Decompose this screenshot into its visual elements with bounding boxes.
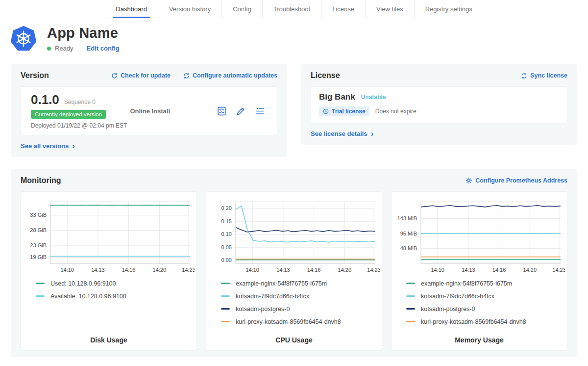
clock-icon — [323, 108, 329, 114]
license-card: License Sync license Big Bank Unstable T… — [301, 64, 577, 145]
deployed-timestamp: Deployed 01/19/22 @ 02:04 pm EST — [31, 122, 130, 129]
svg-text:14:10: 14:10 — [60, 267, 74, 273]
svg-text:0.05: 0.05 — [221, 244, 232, 250]
version-card: Version Check for update Configure autom… — [11, 64, 287, 157]
summary-cards-row: Version Check for update Configure autom… — [11, 64, 577, 157]
chart-title: CPU Usage — [208, 331, 380, 344]
svg-text:95 MiB: 95 MiB — [400, 231, 417, 236]
cpu-usage-legend: example-nginx-54f8f76755-l675mkotsadm-7f… — [208, 275, 380, 331]
legend-label: example-nginx-54f8f76755-l675m — [236, 280, 327, 287]
legend-swatch — [221, 308, 230, 310]
trial-license-label: Trial license — [332, 108, 366, 115]
legend-label: kotsadm-postgres-0 — [236, 306, 290, 313]
legend-item: example-nginx-54f8f76755-l675m — [221, 280, 380, 287]
sync-license-label: Sync license — [530, 72, 567, 79]
legend-label: Available: 10.128.0.96:9100 — [50, 293, 126, 300]
sequence-label: Sequence 0 — [64, 99, 96, 105]
trial-license-badge: Trial license — [319, 106, 369, 116]
chevron-right-icon: › — [72, 142, 75, 150]
legend-item: example-nginx-54f8f76755-l675m — [406, 280, 565, 287]
status-row: Ready Edit config — [47, 45, 120, 52]
svg-text:0.00: 0.00 — [221, 257, 232, 263]
license-card-title: License — [311, 71, 340, 80]
see-all-versions-link[interactable]: See all versions › — [21, 142, 75, 150]
svg-text:23 GiB: 23 GiB — [30, 242, 47, 248]
chart-title: Disk Usage — [23, 331, 195, 344]
cpu-usage-card: 0.200.150.100.050.0014:1014:1314:1614:20… — [206, 191, 382, 350]
nav-tab-version-history[interactable]: Version history — [158, 0, 221, 18]
legend-swatch — [36, 295, 45, 297]
version-number: 0.1.0 — [31, 93, 59, 107]
refresh-icon — [111, 73, 118, 79]
svg-text:48 MiB: 48 MiB — [400, 245, 417, 251]
version-card-title: Version — [21, 71, 49, 80]
see-all-versions-label: See all versions — [21, 142, 69, 150]
see-license-details-link[interactable]: See license details › — [311, 130, 373, 138]
sync-license-link[interactable]: Sync license — [521, 72, 567, 79]
svg-text:14:13: 14:13 — [91, 267, 105, 273]
nav-tab-registry-settings[interactable]: Registry settings — [414, 0, 483, 18]
nav-tab-license[interactable]: License — [321, 0, 365, 18]
legend-item: kurl-proxy-kotsadm-8569fb6454-dnvh8 — [406, 318, 565, 325]
legend-swatch — [221, 283, 230, 284]
auto-update-cycle-icon — [183, 73, 190, 79]
preflight-checks-icon[interactable] — [217, 106, 227, 116]
disk-usage-card: 33 GiB28 GiB23 GiB19 GiB14:1014:1314:161… — [21, 191, 197, 350]
version-actions — [217, 106, 267, 116]
svg-text:14:20: 14:20 — [338, 267, 352, 273]
configure-prometheus-label: Configure Prometheus Address — [475, 177, 567, 184]
svg-text:14:13: 14:13 — [462, 267, 475, 273]
svg-text:0.20: 0.20 — [221, 205, 232, 211]
edit-config-values-icon[interactable] — [236, 106, 246, 116]
legend-label: kurl-proxy-kotsadm-8569fb6454-dnvh8 — [236, 318, 341, 325]
deployed-badge: Currently deployed version — [31, 110, 106, 119]
legend-swatch — [406, 308, 415, 310]
svg-text:14:20: 14:20 — [523, 267, 537, 273]
monitoring-card: Monitoring Configure Prometheus Address … — [11, 169, 577, 357]
customer-name: Big Bank — [319, 92, 355, 102]
legend-label: kotsadm-7f9dc7d66c-b4tcx — [421, 293, 494, 300]
svg-text:0.15: 0.15 — [221, 218, 232, 224]
sync-icon — [521, 73, 527, 79]
svg-text:0.10: 0.10 — [221, 231, 232, 237]
app-header: App Name Ready Edit config — [0, 18, 588, 52]
svg-text:14:16: 14:16 — [122, 267, 136, 273]
current-version-panel: 0.1.0 Sequence 0 Currently deployed vers… — [21, 86, 277, 135]
svg-text:14:16: 14:16 — [492, 267, 506, 273]
kubernetes-logo — [11, 26, 36, 52]
chevron-right-icon: › — [371, 130, 374, 138]
current-version-info: 0.1.0 Sequence 0 Currently deployed vers… — [31, 93, 130, 129]
check-for-update-link[interactable]: Check for update — [111, 72, 171, 79]
edit-config-link[interactable]: Edit config — [87, 45, 120, 52]
monitoring-title: Monitoring — [21, 176, 61, 185]
legend-swatch — [221, 295, 230, 297]
release-notes-icon[interactable] — [255, 106, 265, 116]
legend-item: Used: 10.128.0.96:9100 — [36, 280, 195, 287]
status-label: Ready — [55, 45, 74, 52]
nav-tab-config[interactable]: Config — [221, 0, 262, 18]
svg-text:14:23: 14:23 — [182, 267, 195, 273]
page-title: App Name — [47, 25, 120, 41]
see-license-details-label: See license details — [311, 130, 368, 137]
nav-tab-troubleshoot[interactable]: Troubleshoot — [262, 0, 321, 18]
legend-item: kotsadm-postgres-0 — [221, 306, 380, 313]
legend-item: kotsadm-7f9dc7d66c-b4tcx — [221, 293, 380, 300]
legend-swatch — [406, 283, 415, 284]
legend-label: Used: 10.128.0.96:9100 — [50, 280, 116, 287]
legend-label: example-nginx-54f8f76755-l675m — [421, 280, 512, 287]
svg-text:14:20: 14:20 — [153, 267, 167, 273]
configure-automatic-updates-link[interactable]: Configure automatic updates — [183, 72, 277, 79]
memory-usage-chart: 143 MiB95 MiB48 MiB14:1014:1314:1614:201… — [393, 198, 565, 275]
install-type-label: Online Install — [130, 107, 217, 115]
expiry-text: Does not expire — [375, 108, 416, 115]
status-dot — [47, 47, 51, 51]
gear-icon — [466, 177, 472, 184]
nav-tab-view-files[interactable]: View files — [365, 0, 414, 18]
nav-tab-dashboard[interactable]: Dashboard — [105, 0, 158, 18]
memory-usage-card: 143 MiB95 MiB48 MiB14:1014:1314:1614:201… — [391, 191, 567, 350]
configure-prometheus-link[interactable]: Configure Prometheus Address — [466, 177, 567, 184]
memory-usage-legend: example-nginx-54f8f76755-l675mkotsadm-7f… — [393, 275, 565, 331]
svg-text:14:10: 14:10 — [245, 267, 259, 273]
disk-usage-chart: 33 GiB28 GiB23 GiB19 GiB14:1014:1314:161… — [23, 198, 195, 275]
legend-label: kotsadm-postgres-0 — [421, 306, 475, 313]
